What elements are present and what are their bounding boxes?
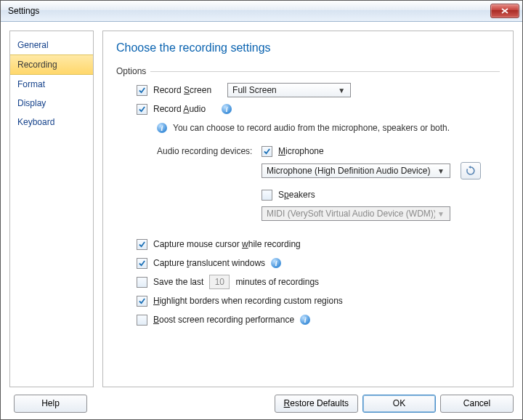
divider xyxy=(150,71,500,72)
footer: Help Restore Defaults OK Cancel xyxy=(1,387,522,419)
speakers-checkbox[interactable] xyxy=(262,190,272,201)
capture-cursor-label: Capture mouse cursor while recording xyxy=(153,239,301,249)
screen-mode-dropdown[interactable]: Full Screen ▼ xyxy=(227,83,351,97)
chevron-down-icon: ▼ xyxy=(435,167,447,175)
record-audio-row: Record Audio i xyxy=(137,101,500,117)
info-icon[interactable]: i xyxy=(271,258,281,268)
close-icon xyxy=(501,8,508,14)
record-screen-row: Record Screen Full Screen ▼ xyxy=(137,82,500,98)
boost-perf-row: Boost screen recording performance i xyxy=(137,312,500,328)
options-group-label: Options xyxy=(116,66,146,76)
info-icon: i xyxy=(157,123,167,133)
save-last-label-post: minutes of recordings xyxy=(235,277,319,287)
sidebar-item-format[interactable]: Format xyxy=(10,75,93,94)
record-screen-label: Record Screen xyxy=(153,85,211,95)
audio-devices-label: Audio recording devices: xyxy=(157,146,256,156)
refresh-devices-button[interactable] xyxy=(461,162,481,179)
cancel-button[interactable]: Cancel xyxy=(440,395,514,413)
microphone-device-row: Microphone (High Definition Audio Device… xyxy=(262,162,500,179)
boost-perf-label: Boost screen recording performance xyxy=(153,315,294,325)
audio-devices-row: Audio recording devices: Microphone xyxy=(157,143,500,159)
save-last-checkbox[interactable] xyxy=(137,277,147,288)
chevron-down-icon: ▼ xyxy=(435,210,447,218)
sidebar-item-keyboard[interactable]: Keyboard xyxy=(10,113,93,132)
microphone-label: Microphone xyxy=(278,146,324,156)
speakers-label: Speakers xyxy=(278,190,315,200)
sidebar-item-general[interactable]: General xyxy=(10,36,93,54)
settings-window: Settings General Recording Format Displa… xyxy=(0,0,523,420)
record-audio-label: Record Audio xyxy=(153,104,206,114)
save-last-label-pre: Save the last xyxy=(153,277,203,287)
capture-cursor-checkbox[interactable] xyxy=(137,239,147,250)
window-title: Settings xyxy=(8,6,490,16)
restore-defaults-button[interactable]: Restore Defaults xyxy=(275,395,358,413)
microphone-device-dropdown[interactable]: Microphone (High Definition Audio Device… xyxy=(262,163,450,178)
record-audio-checkbox[interactable] xyxy=(137,104,147,115)
save-last-row: Save the last 10 minutes of recordings xyxy=(137,274,500,290)
capture-cursor-row: Capture mouse cursor while recording xyxy=(137,236,500,252)
audio-hint-text: You can choose to record audio from the … xyxy=(173,123,450,133)
refresh-icon xyxy=(466,166,476,176)
close-button[interactable] xyxy=(490,4,519,18)
speakers-row: Speakers xyxy=(262,187,500,203)
sidebar-item-recording[interactable]: Recording xyxy=(10,54,93,75)
audio-hint-row: i You can choose to record audio from th… xyxy=(157,120,500,136)
info-icon[interactable]: i xyxy=(300,315,310,325)
chevron-down-icon: ▼ xyxy=(336,86,347,94)
save-last-minutes-input[interactable]: 10 xyxy=(209,275,230,289)
highlight-borders-checkbox[interactable] xyxy=(137,296,147,307)
capture-translucent-row: Capture translucent windows i xyxy=(137,255,500,271)
highlight-borders-label: Highlight borders when recording custom … xyxy=(153,296,343,306)
capture-translucent-label: Capture translucent windows xyxy=(153,258,265,268)
help-button[interactable]: Help xyxy=(14,395,87,413)
ok-button[interactable]: OK xyxy=(362,395,436,413)
sidebar: General Recording Format Display Keyboar… xyxy=(9,31,94,387)
highlight-borders-row: Highlight borders when recording custom … xyxy=(137,293,500,309)
sidebar-item-display[interactable]: Display xyxy=(10,94,93,113)
options-group-header: Options xyxy=(116,66,500,76)
microphone-checkbox[interactable] xyxy=(262,146,272,157)
info-icon[interactable]: i xyxy=(222,104,232,114)
content-panel: Choose the recording settings Options Re… xyxy=(102,31,514,387)
speakers-device-dropdown[interactable]: MIDI (VerySoft Virtual Audio Device (WDM… xyxy=(262,206,450,221)
page-title: Choose the recording settings xyxy=(116,41,500,54)
boost-perf-checkbox[interactable] xyxy=(137,315,147,326)
capture-translucent-checkbox[interactable] xyxy=(137,258,147,269)
speakers-device-row: MIDI (VerySoft Virtual Audio Device (WDM… xyxy=(262,206,500,222)
titlebar: Settings xyxy=(1,1,522,22)
record-screen-checkbox[interactable] xyxy=(137,85,147,96)
